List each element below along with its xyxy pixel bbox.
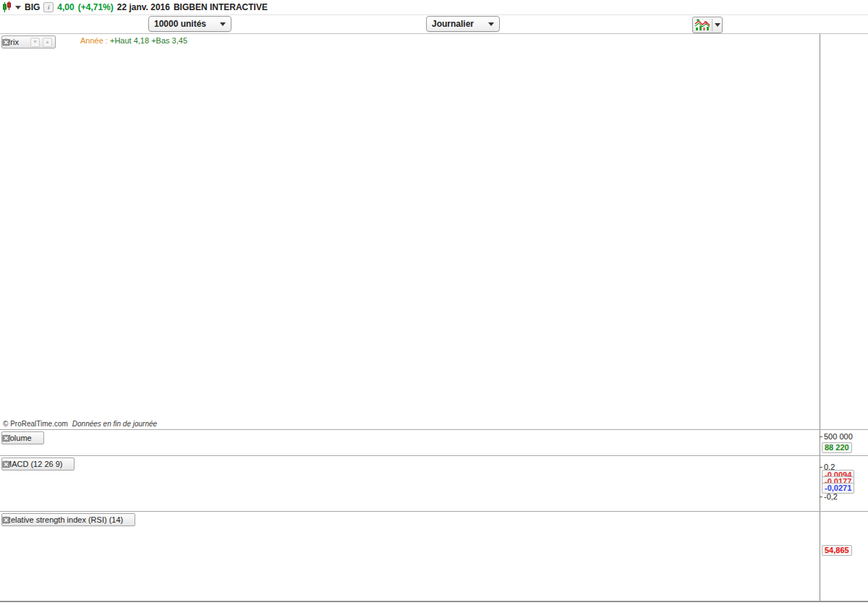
panel-separator <box>0 601 868 602</box>
price-change: (+4,71%) <box>78 2 114 12</box>
chart-style-button[interactable] <box>692 17 723 33</box>
macd-value-label: -0,0271 <box>822 483 854 494</box>
toolbar: 10000 unités Journalier <box>0 15 868 34</box>
title-bar: BIG i 4,00 (+4,71%) 22 janv. 2016 BIGBEN… <box>0 0 868 15</box>
units-dropdown-value: 10000 unités <box>154 19 206 29</box>
period-info-label: Année : <box>80 36 108 45</box>
volume-axis-tick <box>820 436 822 437</box>
symbol-label: BIG <box>25 2 40 12</box>
units-dropdown[interactable]: 10000 unités <box>148 16 231 32</box>
period-dropdown[interactable]: Journalier <box>426 16 500 32</box>
price-panel-header: Prix ▼ ▲ <box>1 35 56 48</box>
macd-chart[interactable] <box>0 456 820 511</box>
macd-axis-tick <box>820 467 822 468</box>
info-icon[interactable]: i <box>43 2 54 12</box>
chevron-down-icon[interactable] <box>715 23 720 27</box>
volume-current-label: 88 220 <box>822 442 852 453</box>
volume-panel-header: Volume <box>1 431 44 444</box>
panel-separator[interactable] <box>0 511 868 512</box>
rsi-panel-header: Relative strength index (RSI) (14) <box>1 513 135 526</box>
macd-panel-header: MACD (12 26 9) <box>1 457 75 471</box>
move-panel-up-icon[interactable]: ▲ <box>43 38 52 47</box>
price-axis-line <box>820 34 820 602</box>
volume-scale-label: 500 000 <box>824 432 853 441</box>
panel-separator[interactable] <box>0 455 868 456</box>
period-low-label: +Bas 3,45 <box>151 36 187 45</box>
copyright-text: © ProRealTime.com <box>3 420 68 428</box>
data-note-text: Données en fin de journée <box>72 420 157 428</box>
symbol-dropdown-caret[interactable] <box>15 6 21 9</box>
proRealTime-window: { "window": {"symbol":"BIG","price":"4,0… <box>0 0 868 616</box>
rsi-current-label: 54,865 <box>822 545 852 556</box>
date-axis <box>0 602 868 616</box>
quote-date: 22 janv. 2016 <box>117 2 170 12</box>
panel-separator[interactable] <box>0 429 868 430</box>
macd-panel-title: MACD (12 26 9) <box>5 460 62 468</box>
chart-style-icon <box>694 19 710 31</box>
last-price: 4,00 <box>57 2 74 12</box>
rsi-panel-title: Relative strength index (RSI) (14) <box>5 515 123 524</box>
period-dropdown-value: Journalier <box>432 19 474 29</box>
candlestick-logo-icon <box>2 1 12 13</box>
chevron-down-icon <box>220 22 226 26</box>
volume-chart[interactable] <box>0 430 820 455</box>
company-name: BIGBEN INTERACTIVE <box>174 2 268 12</box>
price-chart[interactable] <box>0 34 820 429</box>
macd-axis-tick <box>820 497 822 497</box>
move-panel-down-icon[interactable]: ▼ <box>30 38 40 47</box>
chevron-down-icon <box>488 22 494 26</box>
copyright-note: © ProRealTime.comDonnées en fin de journ… <box>3 420 157 428</box>
period-high-low-info: Année : +Haut 4,18 +Bas 3,45 <box>78 36 190 45</box>
period-high-label: +Haut 4,18 <box>110 36 149 45</box>
